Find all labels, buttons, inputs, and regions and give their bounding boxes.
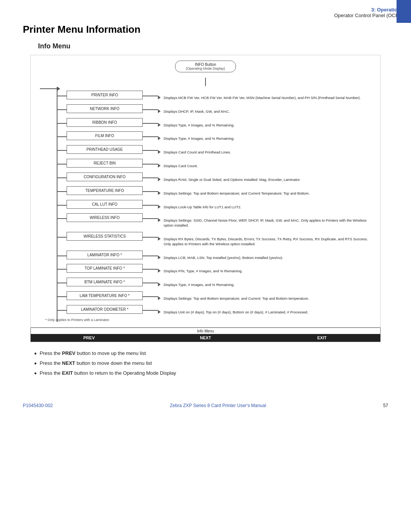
vert-connector-segment: [40, 141, 375, 145]
bullet-dot: •: [34, 370, 37, 377]
entry-arrow: [40, 87, 375, 91]
diagram-footnote: * Only applies to Printers with a Lamina…: [45, 318, 375, 322]
menu-row: PRINTER INFODisplays MCB FW Ver, HCB FW …: [40, 91, 375, 101]
menu-row: WIRELESS STATISTICSDisplays RX Bytes, Di…: [40, 232, 375, 247]
menu-item-box: NETWORK INFO: [67, 104, 143, 113]
menu-item-box: FILM INFO: [67, 131, 143, 140]
menu-item-box: PRINTHEAD USAGE: [67, 145, 143, 154]
menu-item-box: CONFIGURATION INFO: [67, 173, 143, 181]
menu-item-description: Displays Type, # Images, and % Remaining…: [164, 136, 375, 141]
menu-item-box: LAMINATOR INFO *: [67, 251, 143, 259]
header-text: 3: Operation Operator Control Panel (OCP…: [334, 7, 400, 18]
menu-item-box: WIRELESS STATISTICS: [67, 232, 143, 241]
vert-connector-segment: [40, 274, 375, 278]
arrow-line: Displays RX Bytes, Discards, TX Bytes, D…: [143, 237, 375, 247]
bullet-dot: •: [34, 350, 37, 357]
arrow-line: Displays DHCP, IP, Mask, GW, and MAC.: [143, 109, 375, 114]
menu-item-box: REJECT BIN: [67, 159, 143, 168]
page-content: Printer Menu Information Info Menu INFO …: [0, 24, 411, 395]
menu-item-description: Displays MCB FW Ver, HCB FW Ver, MAB FW …: [164, 96, 375, 101]
prev-label: PREV: [83, 335, 95, 340]
arrow-line: Displays Settings: Top and Bottom temper…: [143, 296, 375, 301]
menu-item-box: LAMINATOR ODOMETER *: [67, 305, 143, 314]
arrow-line: Displays Card Count and Printhead Lines.: [143, 150, 375, 155]
menu-item-description: Displays Type, # Images, and % Remaining…: [164, 283, 375, 288]
arrow-line: Displays MCB FW Ver, HCB FW Ver, MAB FW …: [143, 96, 375, 101]
vert-connector-segment: [40, 182, 375, 186]
info-button-area: INFO Button (Operating Mode Display): [36, 61, 375, 72]
vert-connector-segment: [40, 114, 375, 118]
arrow-line: Displays P/N, Type, # Images, and % Rema…: [143, 269, 375, 274]
bullet-item: •Press the PREV button to move up the me…: [34, 350, 381, 357]
menu-item-box: WIRELESS INFO: [67, 213, 143, 222]
vert-connector-segment: [40, 228, 375, 232]
menu-row: TOP LAMINATE INFO *Displays P/N, Type, #…: [40, 264, 375, 274]
menu-row: CAL LUT INFODisplays Look-Up Table info …: [40, 200, 375, 210]
menu-row: BTM LAMINATE INFO *Displays Type, # Imag…: [40, 278, 375, 288]
vert-connector-segment: [40, 169, 375, 173]
info-menu-diagram: INFO Button (Operating Mode Display) PRI…: [30, 55, 381, 328]
menu-row: NETWORK INFODisplays DHCP, IP, Mask, GW,…: [40, 104, 375, 114]
menu-row: TEMPERATURE INFODisplays Settings: Top a…: [40, 186, 375, 196]
arrow-line: Displays Type, # Images, and % Remaining…: [143, 283, 375, 288]
arrow-line: Displays Type, # Images, and % Remaining…: [143, 123, 375, 128]
menu-item-description: Displays Type, # Images, and % Remaining…: [164, 123, 375, 128]
bullet-bold: NEXT: [62, 360, 75, 366]
bullet-text: Press the EXIT button to return to the O…: [40, 369, 176, 377]
menu-row: RIBBON INFODisplays Type, # Images, and …: [40, 118, 375, 128]
header-subtitle: Operator Control Panel (OCP): [334, 13, 400, 18]
arrow-line: Displays RAM, Single or Dual Sided, and …: [143, 177, 375, 182]
arrow-line: Displays Unit on (# days), Top on (# day…: [143, 310, 375, 315]
bullet-dot: •: [34, 360, 37, 367]
footer-page-number: 57: [383, 403, 388, 408]
menu-row: PRINTHEAD USAGEDisplays Card Count and P…: [40, 145, 375, 155]
page-title: Printer Menu Information: [23, 24, 388, 35]
arrow-line: Displays Type, # Images, and % Remaining…: [143, 136, 375, 141]
menu-row: FILM INFODisplays Type, # Images, and % …: [40, 131, 375, 141]
menu-item-description: Displays Settings: SSID, Channel Noise F…: [164, 218, 375, 228]
top-connector: [205, 78, 206, 85]
header-blue-accent: [397, 0, 411, 23]
menu-item-description: Displays RX Bytes, Discards, TX Bytes, D…: [164, 237, 375, 247]
menu-flow: PRINTER INFODisplays MCB FW Ver, HCB FW …: [40, 87, 375, 322]
menu-item-box: RIBBON INFO: [67, 118, 143, 127]
menu-item-box: CAL LUT INFO: [67, 200, 143, 209]
menu-item-description: Displays Card Count.: [164, 164, 375, 169]
menu-item-description: Displays Unit on (# days), Top on (# day…: [164, 310, 375, 315]
menu-item-box: PRINTER INFO: [67, 91, 143, 99]
nav-label: Info Menu: [197, 328, 214, 334]
menu-item-box: LAM TEMPERATURE INFO *: [67, 291, 143, 300]
arrow-line: Displays Settings: Top and Bottom temper…: [143, 191, 375, 196]
menu-item-description: Displays Card Count and Printhead Lines.: [164, 150, 375, 155]
exit-button[interactable]: EXIT: [264, 334, 380, 342]
bullet-item: •Press the NEXT button to move down the …: [34, 359, 381, 367]
menu-item-description: Displays LCB, MAB, LSN, Top installed (y…: [164, 256, 375, 260]
nav-buttons: PREV NEXT EXIT: [31, 334, 380, 342]
vert-connector-segment: [40, 288, 375, 291]
footer-manual-title: Zebra ZXP Series 8 Card Printer User's M…: [170, 403, 266, 408]
vert-connector-segment: [40, 196, 375, 200]
arrow-line: Displays Card Count.: [143, 164, 375, 169]
menu-item-description: Displays P/N, Type, # Images, and % Rema…: [164, 269, 375, 274]
menu-item-description: Displays DHCP, IP, Mask, GW, and MAC.: [164, 109, 375, 114]
page-footer: P1045430-002 Zebra ZXP Series 8 Card Pri…: [0, 398, 411, 413]
arrow-line: Displays LCB, MAB, LSN, Top installed (y…: [143, 256, 375, 260]
info-button-box: INFO Button (Operating Mode Display): [175, 61, 236, 72]
bullet-text: Press the NEXT button to move down the m…: [40, 359, 152, 367]
exit-label: EXIT: [317, 335, 327, 340]
menu-item-description: Displays RAM, Single or Dual Sided, and …: [164, 177, 375, 182]
nav-area: Info Menu PREV NEXT EXIT: [30, 328, 381, 342]
next-label: NEXT: [200, 335, 211, 340]
arrow-line: Displays Look-Up Table info for LUT1 and…: [143, 205, 375, 210]
page-header: 3: Operation Operator Control Panel (OCP…: [0, 0, 411, 20]
info-button-label2: (Operating Mode Display): [186, 67, 225, 70]
next-button[interactable]: NEXT: [147, 334, 264, 342]
menu-item-description: Displays Settings: Top and Bottom temper…: [164, 191, 375, 196]
vert-connector-segment: [40, 247, 375, 251]
menu-item-box: TEMPERATURE INFO: [67, 186, 143, 195]
footer-part-number: P1045430-002: [23, 403, 53, 408]
info-button-label1: INFO Button: [186, 62, 225, 67]
bullet-bold: EXIT: [62, 370, 73, 376]
prev-button[interactable]: PREV: [31, 334, 147, 342]
vert-connector-segment: [40, 209, 375, 213]
